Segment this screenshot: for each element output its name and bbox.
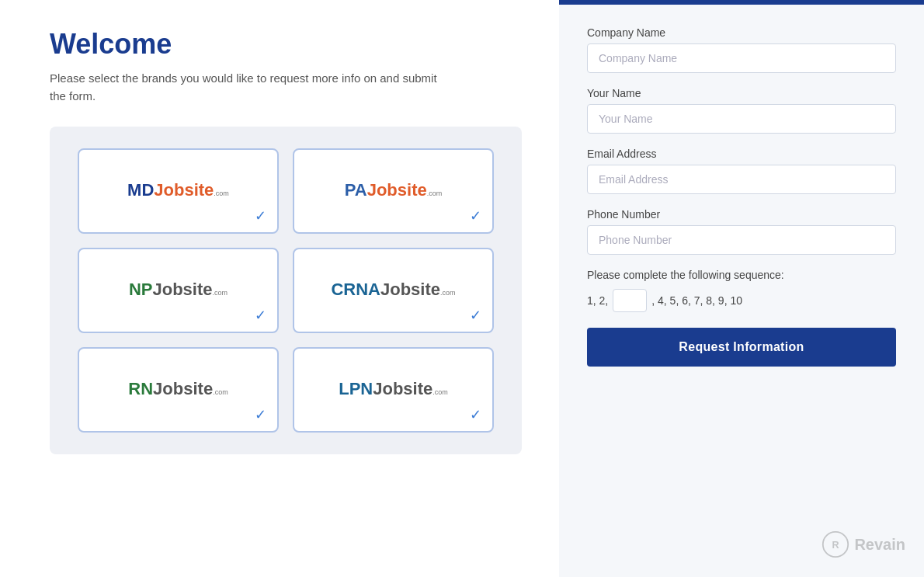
brand-suffix-md: Jobsite	[154, 180, 214, 200]
welcome-title: Welcome	[50, 28, 522, 61]
brand-dotcom-md: .com	[214, 189, 229, 197]
brand-logo-rn: RNJobsite.com	[128, 381, 228, 398]
brand-suffix-crna: Jobsite	[380, 280, 440, 299]
check-icon-pa: ✓	[470, 207, 481, 224]
sequence-text-before: 1, 2,	[587, 294, 608, 307]
brand-card-np[interactable]: NPJobsite.com✓	[78, 248, 279, 333]
brand-suffix-rn: Jobsite	[153, 379, 213, 398]
page-container: Welcome Please select the brands you wou…	[0, 0, 924, 577]
brand-prefix-crna: CRNA	[331, 280, 380, 299]
brand-logo-crna: CRNAJobsite.com	[331, 281, 455, 298]
email-group: Email Address	[587, 148, 896, 194]
check-icon-md: ✓	[255, 207, 266, 224]
company-name-group: Company Name	[587, 26, 896, 73]
sequence-label: Please complete the following sequence:	[587, 269, 896, 281]
check-icon-rn: ✓	[255, 406, 266, 423]
your-name-group: Your Name	[587, 87, 896, 134]
your-name-label: Your Name	[587, 87, 896, 99]
sequence-row: 1, 2, , 4, 5, 6, 7, 8, 9, 10	[587, 289, 896, 312]
brand-prefix-pa: PA	[345, 180, 367, 200]
company-name-input[interactable]	[587, 43, 896, 73]
brand-dotcom-lpn: .com	[432, 388, 448, 396]
brand-dotcom-crna: .com	[440, 289, 456, 297]
request-information-button[interactable]: Request Information	[587, 328, 896, 367]
svg-text:R: R	[832, 540, 839, 551]
revain-logo-icon: R	[822, 530, 849, 558]
brand-card-lpn[interactable]: LPNJobsite.com✓	[293, 347, 494, 433]
revain-text: Revain	[854, 536, 905, 554]
email-label: Email Address	[587, 148, 896, 160]
brand-dotcom-np: .com	[213, 289, 228, 297]
brand-card-pa[interactable]: PAJobsite.com✓	[293, 148, 494, 234]
brand-logo-lpn: LPNJobsite.com	[339, 381, 448, 398]
brand-card-rn[interactable]: RNJobsite.com✓	[78, 347, 279, 433]
revain-watermark: R Revain	[822, 530, 905, 558]
brands-grid-container: MDJobsite.com✓PAJobsite.com✓NPJobsite.co…	[50, 127, 522, 454]
brand-prefix-rn: RN	[128, 379, 153, 398]
brand-prefix-lpn: LPN	[339, 379, 373, 398]
brand-card-md[interactable]: MDJobsite.com✓	[78, 148, 279, 234]
company-name-label: Company Name	[587, 26, 896, 39]
brands-grid: MDJobsite.com✓PAJobsite.com✓NPJobsite.co…	[78, 148, 494, 433]
phone-label: Phone Number	[587, 208, 896, 221]
check-icon-crna: ✓	[470, 307, 481, 324]
check-icon-np: ✓	[255, 307, 266, 324]
brand-prefix-md: MD	[127, 180, 154, 200]
your-name-input[interactable]	[587, 104, 896, 134]
brand-suffix-lpn: Jobsite	[373, 379, 432, 398]
brand-suffix-np: Jobsite	[153, 280, 213, 299]
top-accent-bar	[559, 0, 924, 5]
sequence-section: Please complete the following sequence: …	[587, 269, 896, 312]
brand-suffix-pa: Jobsite	[367, 180, 427, 200]
brand-prefix-np: NP	[129, 280, 153, 299]
phone-input[interactable]	[587, 225, 896, 255]
right-panel: Company Name Your Name Email Address Pho…	[559, 0, 924, 577]
phone-group: Phone Number	[587, 208, 896, 255]
sequence-text-after: , 4, 5, 6, 7, 8, 9, 10	[651, 294, 742, 307]
brand-dotcom-pa: .com	[427, 189, 443, 197]
email-input[interactable]	[587, 165, 896, 194]
welcome-subtitle: Please select the brands you would like …	[50, 70, 453, 105]
brand-card-crna[interactable]: CRNAJobsite.com✓	[293, 248, 494, 333]
sequence-input[interactable]	[613, 289, 647, 312]
brand-logo-md: MDJobsite.com	[127, 182, 229, 199]
check-icon-lpn: ✓	[470, 406, 481, 423]
brand-logo-pa: PAJobsite.com	[345, 182, 442, 199]
brand-logo-np: NPJobsite.com	[129, 281, 228, 298]
left-panel: Welcome Please select the brands you wou…	[0, 0, 559, 577]
brand-dotcom-rn: .com	[213, 388, 228, 396]
